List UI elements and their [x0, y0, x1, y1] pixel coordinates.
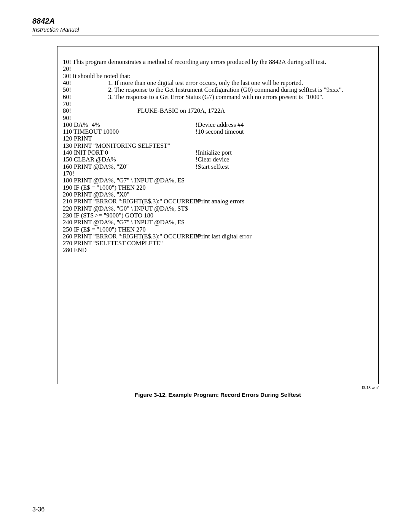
code-line: 90! — [63, 115, 373, 121]
code-line: 60!3. The response to a Get Error Status… — [63, 94, 373, 101]
code-line: 130 PRINT "MONITORING SELFTEST" — [63, 142, 373, 149]
code-line: 230 IF (ST$ >= "9000") GOTO 180 — [63, 212, 373, 219]
model-number: 8842A — [32, 17, 379, 26]
code-line: 260 PRINT "ERROR ";RIGHT(E$,3);" OCCURRE… — [63, 233, 373, 240]
code-line: 190 IF (E$ = "1000") THEN 220 — [63, 184, 373, 191]
page-header: 8842A Instruction Manual — [32, 17, 379, 35]
code-line: 280 END — [63, 247, 373, 254]
code-line: 250 IF (E$ = "1000") THEN 270 — [63, 226, 373, 233]
manual-subtitle: Instruction Manual — [32, 26, 379, 33]
code-line: 140 INIT PORT 0!Initialize port — [63, 149, 373, 156]
code-line: 210 PRINT "ERROR ";RIGHT(E$,3);" OCCURRE… — [63, 198, 373, 205]
code-line: 270 PRINT "SELFTEST COMPLETE" — [63, 240, 373, 247]
code-line: 40!1. If more than one digital test erro… — [63, 80, 373, 86]
code-line: 170! — [63, 170, 373, 177]
page: 8842A Instruction Manual 10! This progra… — [0, 0, 411, 532]
code-line: 20! — [63, 66, 373, 72]
figure-caption: Figure 3-12. Example Program: Record Err… — [57, 391, 379, 398]
code-line: 150 CLEAR @DA%!Clear device — [63, 156, 373, 163]
code-line: 110 TIMEOUT 10000!10 second timeout — [63, 128, 373, 135]
code-line: 200 PRINT @DA%, "X0" — [63, 191, 373, 198]
code-line: 220 PRINT @DA%, "G0" \ INPUT @DA%, ST$ — [63, 205, 373, 212]
code-line: 100 DA%=4%!Device address #4 — [63, 121, 373, 128]
code-line: 50!2. The response to the Get Instrument… — [63, 86, 373, 93]
code-line: 160 PRINT @DA%, "Z0"!Start selftest — [63, 163, 373, 170]
code-line: 70! — [63, 101, 373, 107]
code-line: 120 PRINT — [63, 135, 373, 142]
code-listing-box: 10! This program demonstrates a method o… — [57, 46, 379, 384]
source-filename: f3-13.wmf — [57, 386, 379, 390]
code-line: 30! It should be noted that: — [63, 73, 373, 80]
code-line: 180 PRINT @DA%, "G7" \ INPUT @DA%, E$ — [63, 177, 373, 184]
code-line: 80!FLUKE-BASIC on 1720A, 1722A — [63, 107, 373, 114]
page-number: 3-36 — [32, 506, 45, 513]
code-line: 10! This program demonstrates a method o… — [63, 59, 373, 66]
code-line: 240 PRINT @DA%, "G7" \ INPUT @DA%, E$ — [63, 219, 373, 226]
